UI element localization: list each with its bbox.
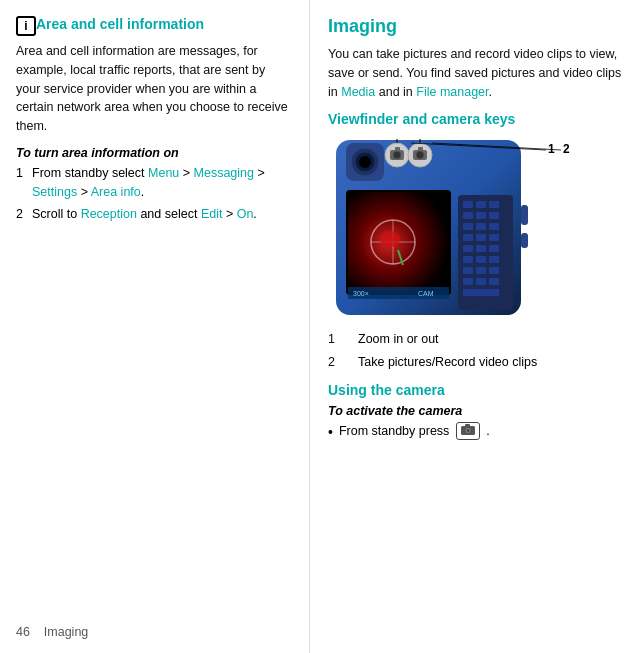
svg-rect-25: [489, 278, 499, 285]
svg-text:300×: 300×: [353, 290, 369, 297]
intro-end: .: [489, 85, 492, 99]
svg-text:2: 2: [563, 142, 570, 156]
svg-rect-24: [476, 278, 486, 285]
numbered-items: 1 Zoom in or out 2 Take pictures/Record …: [328, 330, 625, 372]
intro-and: and in: [375, 85, 416, 99]
svg-rect-10: [489, 223, 499, 230]
phone-svg: 300× CAM 1: [328, 135, 618, 320]
section-title: Area and cell information: [36, 16, 204, 32]
activate-end: .: [486, 424, 489, 438]
link-settings[interactable]: Settings: [32, 185, 77, 199]
svg-point-40: [359, 156, 371, 168]
svg-rect-3: [476, 201, 486, 208]
link-messaging[interactable]: Messaging: [194, 166, 254, 180]
svg-rect-8: [463, 223, 473, 230]
activate-bullet-item: • From standby press .: [328, 422, 625, 443]
svg-rect-7: [489, 212, 499, 219]
page-number: 46: [16, 625, 30, 639]
svg-rect-11: [463, 234, 473, 241]
svg-rect-15: [476, 245, 486, 252]
page-label: Imaging: [44, 625, 88, 639]
svg-rect-2: [463, 201, 473, 208]
text-1: Zoom in or out: [358, 330, 625, 349]
svg-rect-22: [489, 267, 499, 274]
camera-button-icon: [456, 422, 480, 440]
svg-rect-5: [463, 212, 473, 219]
text-2: Take pictures/Record video clips: [358, 353, 625, 372]
main-title: Imaging: [328, 16, 625, 37]
svg-rect-47: [418, 147, 423, 151]
link-reception[interactable]: Reception: [81, 207, 137, 221]
svg-point-60: [466, 429, 469, 432]
step-2-text: Scroll to Reception and select Edit > On…: [32, 205, 291, 224]
step-1: 1 From standby select Menu > Messaging >…: [16, 164, 291, 202]
num-1: 1: [328, 330, 358, 349]
svg-point-44: [393, 151, 401, 159]
svg-point-33: [380, 231, 400, 247]
svg-text:CAM: CAM: [418, 290, 434, 297]
link-media[interactable]: Media: [341, 85, 375, 99]
svg-rect-9: [476, 223, 486, 230]
step-2: 2 Scroll to Reception and select Edit > …: [16, 205, 291, 224]
link-areainfo[interactable]: Area info: [91, 185, 141, 199]
svg-point-48: [416, 151, 424, 159]
section-heading-row: i Area and cell information: [16, 16, 291, 36]
link-edit[interactable]: Edit: [201, 207, 223, 221]
svg-rect-20: [463, 267, 473, 274]
right-column: Imaging You can take pictures and record…: [310, 0, 641, 653]
svg-rect-14: [463, 245, 473, 252]
svg-rect-12: [476, 234, 486, 241]
using-camera-heading: Using the camera: [328, 382, 625, 398]
svg-rect-4: [489, 201, 499, 208]
svg-rect-23: [463, 278, 473, 285]
svg-rect-55: [521, 205, 528, 225]
svg-rect-26: [463, 289, 499, 296]
turn-on-heading: To turn area information on: [16, 146, 291, 160]
svg-rect-6: [476, 212, 486, 219]
link-on[interactable]: On: [237, 207, 254, 221]
step-num-2: 2: [16, 205, 32, 224]
svg-rect-58: [465, 424, 470, 427]
svg-rect-13: [489, 234, 499, 241]
phone-illustration: 300× CAM 1: [328, 135, 618, 320]
steps-list: 1 From standby select Menu > Messaging >…: [16, 164, 291, 224]
page-number-row: 46 Imaging: [16, 625, 88, 639]
bullet-symbol: •: [328, 422, 333, 443]
link-filemanager[interactable]: File manager: [416, 85, 488, 99]
activate-text: From standby press .: [339, 422, 490, 441]
link-menu[interactable]: Menu: [148, 166, 179, 180]
svg-rect-18: [476, 256, 486, 263]
intro-text: You can take pictures and record video c…: [328, 45, 625, 101]
num-2: 2: [328, 353, 358, 372]
activate-italic: To activate the camera: [328, 404, 625, 418]
svg-rect-16: [489, 245, 499, 252]
item-1: 1 Zoom in or out: [328, 330, 625, 349]
svg-rect-21: [476, 267, 486, 274]
camera-icon-svg: [460, 423, 476, 435]
item-2: 2 Take pictures/Record video clips: [328, 353, 625, 372]
viewfinder-heading: Viewfinder and camera keys: [328, 111, 625, 127]
info-icon: i: [16, 16, 36, 36]
step-1-text: From standby select Menu > Messaging > S…: [32, 164, 291, 202]
svg-rect-56: [521, 233, 528, 248]
activate-text-part: From standby press: [339, 424, 449, 438]
svg-rect-17: [463, 256, 473, 263]
svg-rect-43: [395, 147, 400, 151]
step-num-1: 1: [16, 164, 32, 202]
area-info-body: Area and cell information are messages, …: [16, 42, 291, 136]
left-column: i Area and cell information Area and cel…: [0, 0, 310, 653]
svg-rect-19: [489, 256, 499, 263]
